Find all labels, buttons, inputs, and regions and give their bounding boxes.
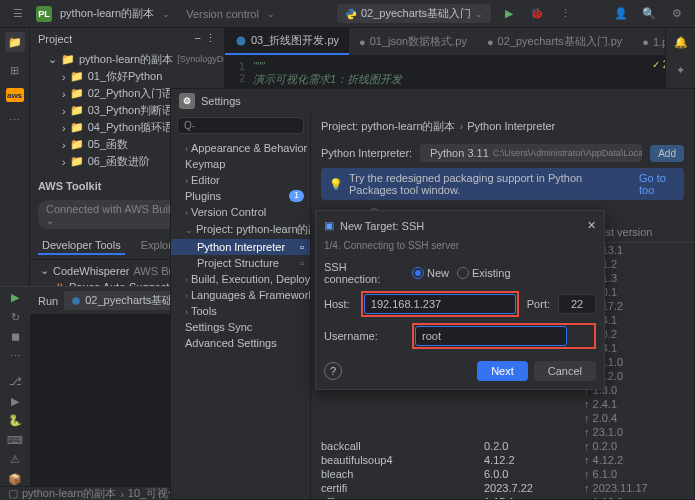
package-row[interactable]: bleach6.0.06.1.0 [311,467,694,481]
port-label: Port: [527,298,550,310]
settings-item[interactable]: ›Version Control [171,204,310,220]
rerun-icon[interactable]: ↻ [5,311,25,325]
notifications-icon[interactable]: 🔔 [671,32,691,52]
project-tool-icon[interactable]: 📁 [5,32,25,52]
settings-item[interactable]: ›Build, Execution, Deployment [171,271,310,287]
git-icon[interactable]: ⎇ [5,375,25,389]
problems-icon[interactable]: ⚠ [5,453,25,467]
dots-icon[interactable]: ⋯ [5,110,25,130]
help-icon[interactable]: ? [324,362,342,380]
settings-search[interactable]: Q- [177,117,304,134]
settings-item[interactable]: ⌄Project: python-learn的副本 ▫ [171,220,310,239]
more-icon[interactable]: ⋮ [555,4,575,24]
tree-folder[interactable]: ›📁01_你好Python [30,68,224,85]
port-input[interactable] [558,294,596,314]
svg-point-1 [72,297,80,305]
package-row[interactable]: certifi2023.7.222023.11.17 [311,481,694,495]
sidebar-title: Project [38,33,72,45]
tip-banner: 💡 Try the redesigned packaging support i… [321,168,684,200]
settings-item[interactable]: Plugins1 [171,188,310,204]
menu-icon[interactable]: ☰ [8,4,28,24]
python-console-icon[interactable]: 🐍 [5,414,25,428]
lightbulb-icon: 💡 [329,178,343,191]
ai-icon[interactable]: ✦ [671,60,691,80]
ssh-title: New Target: SSH [340,220,424,232]
username-input[interactable] [415,326,567,346]
settings-item[interactable]: Keymap [171,156,310,172]
package-row[interactable]: 23.1.0 [311,425,694,439]
interpreter-select[interactable]: Python 3.11 C:\Users\Administrator\AppDa… [420,144,642,162]
settings-item-python-interpreter[interactable]: Python Interpreter ▫ [171,239,310,255]
project-name[interactable]: python-learn的副本 [60,6,154,21]
host-label: Host: [324,298,353,310]
project-badge: PL [36,6,52,22]
add-user-icon[interactable]: 👤 [611,4,631,24]
ssh-target-dialog: ▣ New Target: SSH ✕ 1/4. Connecting to S… [315,210,605,390]
cancel-button[interactable]: Cancel [534,361,596,381]
settings-item[interactable]: ›Appearance & Behavior [171,140,310,156]
package-row[interactable]: 2.4.1 [311,397,694,411]
svg-point-0 [237,36,246,45]
dots-icon[interactable]: ⋯ [5,350,25,364]
search-icon[interactable]: 🔍 [639,4,659,24]
python-icon [345,8,357,20]
package-row[interactable]: cffi1.15.11.16.0 [311,495,694,499]
chevron-down-icon[interactable]: ⌄ [267,9,275,19]
settings-icon: ⚙ [179,93,195,109]
chevron-down-icon[interactable]: ⌄ [162,9,170,19]
editor-tab[interactable]: ●01_json数据格式.py [349,28,477,55]
aws-icon[interactable]: aws [6,88,24,102]
settings-item[interactable]: Advanced Settings [171,335,310,351]
editor-tabs: 03_折线图开发.py ●01_json数据格式.py ●02_pyechart… [225,28,695,56]
run-label: Run [38,295,58,307]
host-input[interactable] [364,294,516,314]
package-row[interactable]: 2.0.4 [311,411,694,425]
editor-tab[interactable]: 03_折线图开发.py [225,28,349,55]
close-icon[interactable]: ✕ [587,219,596,232]
run-tool-icon[interactable]: ▶ [5,395,25,409]
gear-icon[interactable]: ⚙ [667,4,687,24]
settings-item[interactable]: ›Editor [171,172,310,188]
ssh-icon: ▣ [324,219,334,232]
status-path[interactable]: python-learn的副本 [22,486,116,500]
username-label: Username: [324,330,404,342]
debug-button[interactable]: 🐞 [527,4,547,24]
package-row[interactable]: backcall0.2.00.2.0 [311,439,694,453]
more-icon[interactable]: ⋮ [205,32,216,45]
interpreter-label: Python Interpreter: [321,147,412,159]
radio-existing[interactable]: Existing [457,267,511,279]
radio-new[interactable]: New [412,267,449,279]
version-control-menu[interactable]: Version control [186,8,259,20]
run-button[interactable]: ▶ [499,4,519,24]
breadcrumb: Project: python-learn的副本›Python Interpre… [311,113,694,140]
run-icon[interactable]: ▶ [5,291,25,305]
tip-link[interactable]: Go to too [639,172,676,196]
settings-tree-panel: Q- ›Appearance & Behavior Keymap ›Editor… [171,113,311,499]
tree-root[interactable]: ⌄📁python-learn的副本[SynologyDrive\练习 [30,51,224,68]
ssh-connection-label: SSH connection: [324,261,404,285]
ssh-step: 1/4. Connecting to SSH server [324,240,596,251]
settings-item[interactable]: ›Languages & Frameworks [171,287,310,303]
titlebar: ☰ PL python-learn的副本 ⌄ Version control ⌄… [0,0,695,28]
settings-item[interactable]: ›Tools [171,303,310,319]
collapse-icon[interactable]: − [195,32,201,45]
tab-developer-tools[interactable]: Developer Tools [38,237,125,255]
run-config-selector[interactable]: 02_pyecharts基础入门 ⌄ [337,4,491,23]
terminal-icon[interactable]: ⌨ [5,434,25,448]
next-button[interactable]: Next [477,361,528,381]
settings-title: Settings [201,95,241,107]
package-icon[interactable]: 📦 [5,473,25,487]
stop-icon[interactable]: ◼ [5,330,25,344]
editor-tab[interactable]: ●02_pyecharts基础入门.py [477,28,632,55]
package-row[interactable]: beautifulsoup44.12.24.12.2 [311,453,694,467]
structure-icon[interactable]: ⊞ [5,60,25,80]
add-interpreter-button[interactable]: Add [650,145,684,162]
settings-item[interactable]: Project Structure ▫ [171,255,310,271]
settings-item[interactable]: Settings Sync [171,319,310,335]
